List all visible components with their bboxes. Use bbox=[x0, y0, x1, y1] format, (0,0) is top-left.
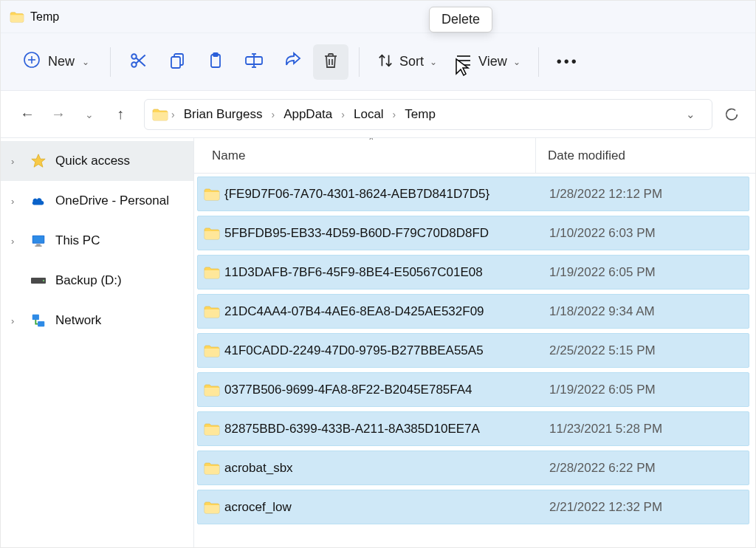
file-row[interactable]: 11D3DAFB-7BF6-45F9-8BE4-E50567C01E081/19… bbox=[197, 255, 749, 290]
toolbar-separator bbox=[110, 47, 111, 77]
network-icon bbox=[30, 312, 47, 329]
chevron-down-icon: ⌄ bbox=[85, 109, 94, 120]
column-header-row: ˄ Name Date modified bbox=[194, 138, 755, 174]
breadcrumb-item[interactable]: Brian Burgess bbox=[178, 104, 269, 125]
new-button[interactable]: New ⌄ bbox=[13, 44, 100, 80]
back-button[interactable]: ← bbox=[14, 101, 41, 128]
sidebar-item-network[interactable]: › Network bbox=[1, 301, 193, 340]
breadcrumb-chevron-icon: › bbox=[171, 109, 175, 120]
svg-rect-28 bbox=[32, 315, 39, 320]
svg-rect-25 bbox=[35, 245, 41, 246]
file-name: 11D3DAFB-7BF6-45F9-8BE4-E50567C01E08 bbox=[224, 265, 535, 280]
file-row[interactable]: 82875BBD-6399-433B-A211-8A385D10EE7A11/2… bbox=[197, 411, 749, 446]
file-date: 2/21/2022 12:32 PM bbox=[535, 500, 749, 515]
sort-button-label: Sort bbox=[399, 54, 424, 69]
up-button[interactable]: ↑ bbox=[107, 101, 134, 128]
sidebar-item-this-pc[interactable]: › This PC bbox=[1, 221, 193, 261]
folder-icon bbox=[204, 383, 224, 397]
file-row[interactable]: 5FBFDB95-EB33-4D59-B60D-F79C70D8D8FD1/10… bbox=[197, 216, 749, 250]
file-row[interactable]: acrobat_sbx2/28/2022 6:22 PM bbox=[197, 451, 749, 485]
svg-rect-8 bbox=[171, 57, 180, 68]
file-list-pane: ˄ Name Date modified {FE9D7F06-7A70-4301… bbox=[194, 138, 755, 548]
file-date: 2/25/2022 5:15 PM bbox=[535, 343, 749, 358]
window-title: Temp bbox=[30, 10, 59, 24]
file-name: {FE9D7F06-7A70-4301-8624-AEB7D841D7D5} bbox=[224, 187, 535, 202]
star-icon bbox=[30, 153, 47, 169]
svg-rect-23 bbox=[33, 236, 44, 243]
sidebar-item-quick-access[interactable]: › Quick access bbox=[1, 141, 193, 181]
drive-icon bbox=[30, 273, 47, 289]
copy-icon bbox=[168, 52, 186, 72]
sidebar-item-onedrive[interactable]: › OneDrive - Personal bbox=[1, 181, 193, 221]
refresh-button[interactable] bbox=[721, 99, 742, 130]
column-header-name[interactable]: Name bbox=[194, 148, 535, 163]
svg-rect-29 bbox=[38, 321, 44, 326]
rename-button[interactable] bbox=[236, 44, 272, 80]
delete-tooltip: Delete bbox=[429, 7, 492, 32]
plus-circle-icon bbox=[23, 51, 41, 72]
breadcrumb-item[interactable]: Local bbox=[348, 104, 390, 125]
breadcrumb-item[interactable]: AppData bbox=[278, 104, 338, 125]
file-row[interactable]: {FE9D7F06-7A70-4301-8624-AEB7D841D7D5}1/… bbox=[197, 177, 749, 211]
file-date: 1/18/2022 9:34 AM bbox=[535, 304, 749, 319]
toolbar-separator bbox=[538, 47, 539, 77]
view-button[interactable]: View ⌄ bbox=[447, 44, 528, 80]
cut-button[interactable] bbox=[121, 44, 157, 80]
breadcrumb-chevron-icon: › bbox=[271, 109, 275, 120]
file-date: 1/10/2022 6:03 PM bbox=[535, 226, 749, 241]
cloud-icon bbox=[30, 193, 47, 209]
sidebar-item-backup-drive[interactable]: › Backup (D:) bbox=[1, 261, 193, 301]
share-button[interactable] bbox=[275, 44, 310, 80]
more-icon: ••• bbox=[557, 53, 579, 70]
copy-button[interactable] bbox=[159, 44, 195, 80]
arrow-right-icon: → bbox=[51, 106, 66, 123]
file-date: 1/28/2022 12:12 PM bbox=[535, 187, 749, 202]
file-name: acrobat_sbx bbox=[224, 461, 535, 476]
more-button[interactable]: ••• bbox=[549, 44, 586, 80]
share-icon bbox=[284, 52, 301, 72]
file-name: 0377B506-9699-4FA8-8F22-B2045E785FA4 bbox=[224, 383, 535, 397]
file-name: 82875BBD-6399-433B-A211-8A385D10EE7A bbox=[224, 422, 535, 436]
folder-icon bbox=[204, 344, 224, 357]
folder-icon bbox=[204, 227, 224, 240]
forward-button[interactable]: → bbox=[45, 101, 72, 128]
file-date: 1/19/2022 6:05 PM bbox=[535, 383, 749, 397]
file-row[interactable]: 41F0CADD-2249-47D0-9795-B277BBEA55A52/25… bbox=[197, 333, 749, 368]
chevron-down-icon: ⌄ bbox=[82, 57, 89, 67]
sidebar-item-label: Network bbox=[55, 313, 101, 328]
folder-icon bbox=[204, 422, 224, 436]
paste-button[interactable] bbox=[198, 44, 233, 80]
column-header-date[interactable]: Date modified bbox=[535, 138, 755, 173]
sort-button[interactable]: Sort ⌄ bbox=[370, 44, 444, 80]
file-date: 1/19/2022 6:05 PM bbox=[535, 265, 749, 280]
sidebar-item-label: This PC bbox=[55, 233, 100, 248]
file-name: 41F0CADD-2249-47D0-9795-B277BBEA55A5 bbox=[224, 343, 535, 358]
chevron-right-icon: › bbox=[11, 196, 21, 207]
breadcrumb[interactable]: › Brian Burgess › AppData › Local › Temp… bbox=[144, 99, 712, 130]
trash-icon bbox=[322, 52, 340, 72]
file-row[interactable]: 0377B506-9699-4FA8-8F22-B2045E785FA41/19… bbox=[197, 372, 749, 407]
breadcrumb-item[interactable]: Temp bbox=[399, 104, 441, 125]
recent-locations-button[interactable]: ⌄ bbox=[76, 101, 103, 128]
svg-rect-24 bbox=[36, 244, 41, 246]
sort-icon bbox=[377, 52, 394, 71]
breadcrumb-dropdown[interactable]: ⌄ bbox=[677, 108, 704, 121]
file-row[interactable]: 21DC4AA4-07B4-4AE6-8EA8-D425AE532F091/18… bbox=[197, 294, 749, 329]
arrow-up-icon: ↑ bbox=[117, 106, 124, 123]
breadcrumb-folder-icon bbox=[152, 108, 168, 121]
chevron-right-icon: › bbox=[11, 156, 21, 167]
arrow-left-icon: ← bbox=[20, 106, 35, 123]
chevron-right-icon: › bbox=[11, 236, 21, 247]
sidebar: › Quick access › OneDrive - Personal › T… bbox=[1, 138, 194, 548]
file-row[interactable]: acrocef_low2/21/2022 12:32 PM bbox=[197, 490, 749, 524]
clipboard-icon bbox=[207, 52, 224, 72]
window-folder-icon bbox=[10, 11, 24, 23]
folder-icon bbox=[204, 462, 224, 475]
folder-icon bbox=[204, 188, 224, 201]
folder-icon bbox=[204, 501, 224, 514]
new-button-label: New bbox=[48, 54, 75, 69]
svg-point-27 bbox=[43, 280, 44, 281]
view-button-label: View bbox=[478, 54, 507, 69]
chevron-down-icon: ⌄ bbox=[430, 57, 437, 67]
delete-button[interactable] bbox=[313, 44, 348, 80]
